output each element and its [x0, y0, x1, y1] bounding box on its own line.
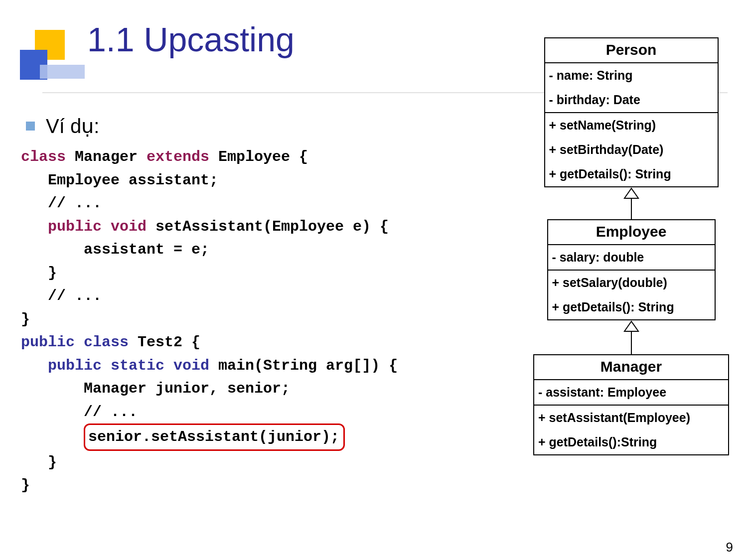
inheritance-arrow-icon [533, 320, 729, 354]
kw-void: void [102, 218, 147, 235]
kw-class: class [21, 148, 66, 165]
uml-diagram: Person - name: String - birthday: Date +… [533, 37, 729, 455]
uml-class-person: Person - name: String - birthday: Date +… [544, 37, 719, 187]
code-text: // ... [21, 287, 102, 304]
kw-public: public [21, 357, 102, 374]
uml-attribute: - salary: double [548, 245, 715, 270]
svg-marker-3 [624, 188, 638, 198]
code-text: } [21, 311, 30, 328]
slide-body: Ví dụ: class Manager extends Employee { … [21, 115, 345, 497]
code-text: Employee assistant; [21, 172, 218, 189]
bullet-item: Ví dụ: [26, 115, 345, 138]
slide-title: 1.1 Upcasting [87, 20, 295, 59]
kw-public: public [21, 334, 75, 351]
uml-method: + setSalary(double) [548, 271, 715, 295]
uml-class-name: Manager [534, 355, 728, 380]
bullet-icon [26, 122, 35, 131]
kw-public: public [21, 218, 102, 235]
svg-marker-5 [624, 321, 638, 331]
title-decoration-icon [20, 30, 85, 95]
slide-title-area: 1.1 Upcasting [20, 20, 339, 90]
svg-rect-2 [40, 65, 85, 79]
uml-attribute: - birthday: Date [545, 88, 718, 112]
uml-method: + setAssistant(Employee) [534, 406, 728, 430]
code-text: Manager junior, senior; [21, 380, 290, 397]
inheritance-arrow-icon [533, 187, 729, 219]
page-number: 9 [726, 540, 733, 555]
code-text: // ... [21, 195, 102, 212]
uml-attribute: - assistant: Employee [534, 380, 728, 405]
bullet-text: Ví dụ: [46, 115, 99, 138]
code-text: Manager [66, 148, 147, 165]
code-text: Test2 { [129, 334, 200, 351]
code-text: main(String arg[]) { [209, 357, 398, 374]
uml-class-name: Employee [548, 220, 715, 245]
uml-class-manager: Manager - assistant: Employee + setAssis… [533, 354, 729, 455]
uml-method: + setBirthday(Date) [545, 138, 718, 162]
kw-extends: extends [147, 148, 209, 165]
uml-class-name: Person [545, 38, 718, 63]
code-text: } [21, 265, 57, 281]
code-sample: class Manager extends Employee { Employe… [21, 145, 345, 497]
code-text: assistant = e; [21, 241, 209, 258]
uml-method: + getDetails(): String [545, 162, 718, 186]
code-text: } [21, 454, 57, 471]
code-text: } [21, 477, 30, 494]
code-pad [21, 428, 84, 445]
code-text: Employee { [209, 148, 308, 165]
code-text: setAssistant(Employee e) { [147, 218, 389, 235]
kw-class: class [75, 334, 129, 351]
code-text: // ... [21, 404, 138, 420]
uml-method: + getDetails():String [534, 430, 728, 454]
uml-method: + setName(String) [545, 113, 718, 138]
highlighted-call: senior.setAssistant(junior); [84, 423, 345, 451]
uml-class-employee: Employee - salary: double + setSalary(do… [547, 219, 716, 320]
uml-attribute: - name: String [545, 63, 718, 88]
kw-static: static [102, 357, 164, 374]
kw-void: void [164, 357, 209, 374]
uml-method: + getDetails(): String [548, 295, 715, 319]
